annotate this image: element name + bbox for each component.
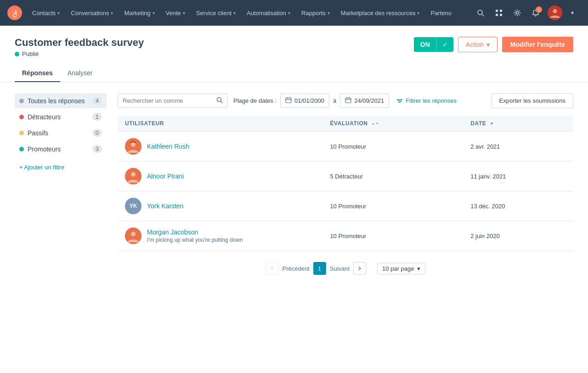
avatar-alnoor [125, 168, 141, 184]
date-morgan: 2 juin 2020 [463, 221, 573, 251]
filter-label-all: Toutes les réponses [28, 97, 85, 105]
date-to-input[interactable]: 24/09/2021 [340, 94, 389, 108]
filter-responses-label: Filtrer les réponses [406, 97, 457, 104]
user-cell-morgan: Morgan Jacobson I'm picking up what you'… [118, 221, 322, 251]
svg-rect-5 [496, 14, 498, 16]
export-button[interactable]: Exporter les soumissions [492, 93, 574, 108]
chevron-down-icon: ▾ [57, 11, 60, 16]
chevron-down-icon: ▾ [486, 41, 490, 48]
filter-dot-passif [19, 131, 24, 135]
check-button[interactable]: ✓ [436, 37, 453, 52]
svg-point-7 [516, 12, 519, 14]
expand-icon-btn[interactable]: ▾ [564, 5, 581, 21]
page-wrapper: Customer feedback survey Publié ON ✓ Act… [0, 26, 588, 373]
nav-conversations[interactable]: Conversations ▾ [66, 7, 118, 19]
hubspot-logo[interactable] [7, 6, 22, 20]
avatar-kathleen [125, 138, 141, 155]
sort-icon-date[interactable]: ▼ [490, 122, 494, 126]
table-row: Morgan Jacobson I'm picking up what you'… [118, 221, 573, 251]
action-button[interactable]: Action ▾ [458, 37, 498, 52]
page-header: Customer feedback survey Publié ON ✓ Act… [0, 26, 588, 57]
prev-icon-btn[interactable] [266, 262, 278, 275]
nav-automatisation[interactable]: Automatisation ▾ [242, 7, 295, 19]
col-utilisateur: UTILISATEUR [118, 116, 322, 132]
content-area: Toutes les réponses 4 Détracteurs 1 Pass… [0, 82, 588, 297]
on-button[interactable]: ON [414, 37, 436, 52]
nav-marketing[interactable]: Marketing ▾ [119, 7, 159, 19]
filter-label-promoteur: Promoteurs [28, 145, 61, 153]
user-cell-alnoor: Alnoor Pirani [118, 161, 322, 191]
svg-line-11 [221, 101, 223, 103]
search-input[interactable] [123, 97, 213, 104]
table-header: UTILISATEUR ÉVALUATION ▲▼ DATE ▼ [118, 116, 573, 132]
filter-all[interactable]: Toutes les réponses 4 [15, 93, 107, 108]
tabs-bar: Réponses Analyser [0, 65, 588, 82]
date-alnoor: 11 janv. 2021 [463, 161, 573, 191]
chevron-down-icon: ▾ [417, 265, 420, 272]
nav-rapports[interactable]: Rapports ▾ [297, 7, 334, 19]
nav-service-client[interactable]: Service client ▾ [192, 7, 240, 19]
eval-alnoor: 5 Détracteur [322, 161, 463, 191]
filter-detracteurs[interactable]: Détracteurs 1 [15, 109, 107, 124]
next-icon-btn[interactable] [353, 262, 366, 275]
tab-reponses[interactable]: Réponses [15, 65, 60, 82]
prev-label[interactable]: Précédent [282, 265, 309, 272]
svg-point-24 [131, 142, 136, 147]
next-label[interactable]: Suivant [330, 265, 350, 272]
user-name-kathleen[interactable]: Kathleen Rush [147, 143, 189, 150]
eval-kathleen: 10 Promoteur [322, 132, 463, 161]
user-sub-morgan: I'm picking up what you're putting down [147, 237, 243, 243]
date-york: 13 déc. 2020 [463, 191, 573, 221]
date-from-input[interactable]: 01/01/2000 [280, 94, 329, 108]
date-from-value: 01/01/2000 [294, 97, 324, 104]
nav-contacts[interactable]: Contacts ▾ [28, 7, 64, 19]
filter-label-passif: Passifs [28, 129, 48, 137]
search-box[interactable] [118, 94, 228, 108]
tab-analyser[interactable]: Analyser [60, 65, 100, 82]
sort-icon-evaluation[interactable]: ▲▼ [372, 122, 379, 126]
filter-count-detracteur: 1 [92, 113, 102, 121]
filter-count-passif: 0 [92, 129, 102, 137]
svg-rect-6 [500, 14, 502, 16]
filter-dot-detracteur [19, 115, 24, 119]
table-row: Alnoor Pirani 5 Détracteur 11 janv. 2021 [118, 161, 573, 191]
date-filter-group: Plage de dates : 01/01/2000 à [233, 94, 389, 108]
user-name-york[interactable]: York Karsten [147, 202, 184, 210]
data-table: UTILISATEUR ÉVALUATION ▲▼ DATE ▼ [118, 116, 573, 251]
topnav: Contacts ▾ Conversations ▾ Marketing ▾ V… [0, 0, 588, 26]
add-filter-button[interactable]: + Ajouter un filtre [15, 160, 107, 174]
chevron-down-icon: ▾ [153, 11, 155, 16]
table-toolbar: Plage de dates : 01/01/2000 à [118, 93, 573, 108]
nav-marketplace[interactable]: Marketplace des ressources ▾ [336, 7, 424, 19]
user-cell-york: YK York Karsten [118, 191, 322, 221]
per-page-select[interactable]: 10 par page ▾ [377, 263, 425, 274]
filter-promoteurs[interactable]: Promoteurs 3 [15, 141, 107, 156]
nav-partenaires[interactable]: Partenu [426, 7, 456, 19]
user-name-alnoor[interactable]: Alnoor Pirani [147, 173, 184, 180]
user-avatar[interactable] [548, 6, 562, 20]
modify-survey-button[interactable]: Modifier l'enquête [502, 37, 573, 52]
nav-vente[interactable]: Vente ▾ [161, 7, 190, 19]
title-section: Customer feedback survey Publié [15, 37, 144, 57]
svg-rect-3 [496, 10, 498, 12]
svg-point-26 [131, 172, 136, 177]
notification-badge: 1 [536, 6, 542, 13]
user-name-morgan[interactable]: Morgan Jacobson [147, 228, 243, 236]
settings-icon-btn[interactable] [509, 5, 526, 21]
svg-rect-12 [286, 98, 291, 103]
apps-icon-btn[interactable] [491, 5, 507, 21]
filter-passifs[interactable]: Passifs 0 [15, 125, 107, 140]
sidebar-filters: Toutes les réponses 4 Détracteurs 1 Pass… [15, 93, 107, 286]
search-icon-btn[interactable] [472, 5, 489, 21]
filter-responses-button[interactable]: Filtrer les réponses [395, 95, 458, 107]
page-1-btn[interactable]: 1 [313, 262, 326, 275]
svg-point-9 [553, 9, 557, 13]
main-table-area: Plage de dates : 01/01/2000 à [118, 93, 573, 286]
col-evaluation: ÉVALUATION ▲▼ [322, 116, 463, 132]
notifications-icon-btn[interactable]: 1 [527, 5, 544, 21]
table-row: Kathleen Rush 10 Promoteur 2 avr. 2021 [118, 132, 573, 161]
chevron-down-icon: ▾ [288, 11, 290, 16]
eval-york: 10 Promoteur [322, 191, 463, 221]
date-kathleen: 2 avr. 2021 [463, 132, 573, 161]
svg-line-2 [482, 14, 484, 16]
